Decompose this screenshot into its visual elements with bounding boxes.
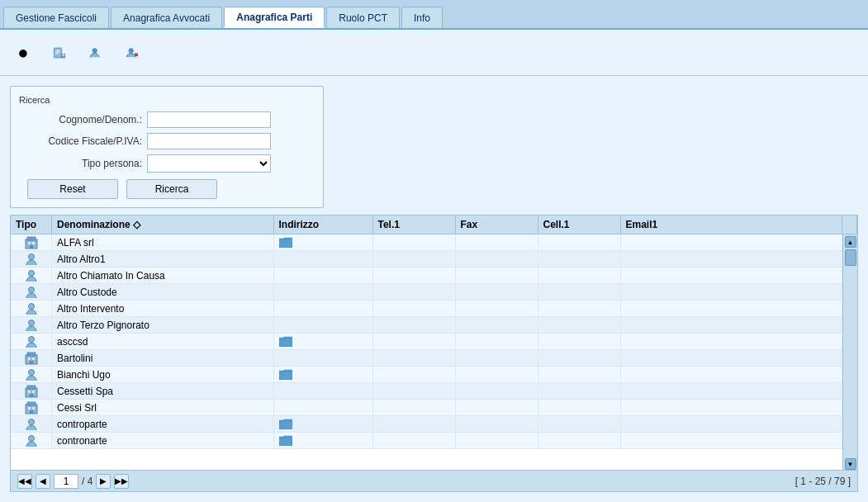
table-row[interactable]: Cessi Srl <box>11 400 842 416</box>
svg-point-28 <box>28 369 34 375</box>
add-party-button[interactable]: ● <box>8 38 38 68</box>
denom-cell: Cessetti Spa <box>52 383 274 399</box>
tipo-cell <box>11 400 52 415</box>
fax-cell <box>456 334 538 349</box>
indirizzo-cell <box>274 334 373 349</box>
indirizzo-cell <box>274 301 373 316</box>
last-page-btn[interactable]: ▶▶ <box>114 474 129 489</box>
svg-point-8 <box>92 48 97 52</box>
first-page-btn[interactable]: ◀◀ <box>17 474 32 489</box>
indirizzo-cell <box>274 367 373 382</box>
delete-button[interactable] <box>117 38 147 68</box>
toolbar: ● <box>0 30 868 76</box>
col-denom-header[interactable]: Denominazione ◇ <box>52 215 274 234</box>
svg-rect-37 <box>32 407 35 410</box>
scroll-up-btn[interactable]: ▲ <box>845 236 856 248</box>
cognome-input[interactable] <box>147 111 271 128</box>
fax-cell <box>456 433 538 448</box>
table-row[interactable]: asccsd <box>11 334 842 350</box>
svg-rect-33 <box>30 394 33 397</box>
denom-cell: Bianchi Ugo <box>52 367 274 382</box>
prev-page-btn[interactable]: ◀ <box>36 474 50 489</box>
table-row[interactable]: Bianchi Ugo <box>11 367 842 383</box>
scrollbar[interactable]: ▲ ▼ <box>842 234 857 470</box>
import-button[interactable] <box>45 38 74 68</box>
svg-point-19 <box>28 287 34 292</box>
svg-point-40 <box>28 435 34 441</box>
tipo-cell <box>11 433 52 448</box>
cell-cell <box>538 383 621 399</box>
cell-cell <box>538 234 621 250</box>
tab-gestione-fascicoli[interactable]: Gestione Fascicoli <box>3 7 109 28</box>
email-cell <box>621 367 843 382</box>
fax-cell <box>456 234 538 250</box>
fax-cell <box>456 416 538 432</box>
table-row[interactable]: Altro Altro1 <box>11 251 842 268</box>
svg-point-22 <box>28 336 34 342</box>
email-cell <box>621 383 843 399</box>
table-row[interactable]: ALFA srl <box>11 234 842 251</box>
email-cell <box>621 284 843 300</box>
denom-cell: ALFA srl <box>52 234 274 250</box>
tel-cell <box>373 234 456 250</box>
table-row[interactable]: Cessetti Spa <box>11 383 842 400</box>
col-email-header: Email1 <box>621 215 843 234</box>
tab-anagrafica-parti[interactable]: Anagrafica Parti <box>224 7 325 28</box>
svg-rect-0 <box>54 48 61 58</box>
cell-cell <box>538 334 621 349</box>
table-row[interactable]: contronarte <box>11 433 842 449</box>
tel-cell <box>373 268 456 283</box>
search-panel: Ricerca Cognome/Denom.: Codice Fiscale/P… <box>10 86 324 208</box>
tipo-select[interactable]: Persona Fisica Persona Giuridica <box>147 154 271 173</box>
fax-cell <box>456 284 538 300</box>
svg-rect-25 <box>28 358 31 360</box>
svg-point-21 <box>28 320 34 325</box>
scroll-down-btn[interactable]: ▼ <box>845 458 856 470</box>
table-row[interactable]: Altro Custode <box>11 284 842 301</box>
table-row[interactable]: Altro Intervento <box>11 301 842 317</box>
tipo-cell <box>11 350 52 366</box>
denom-cell: Altro Custode <box>52 284 274 300</box>
svg-rect-24 <box>27 353 36 356</box>
indirizzo-cell <box>274 400 373 415</box>
edit-button[interactable] <box>81 38 111 68</box>
col-tipo-header: Tipo <box>11 215 52 234</box>
next-page-btn[interactable]: ▶ <box>96 474 111 489</box>
tipo-cell <box>11 268 52 283</box>
col-tel-header: Tel.1 <box>373 215 456 234</box>
tab-info[interactable]: Info <box>401 7 443 28</box>
scroll-thumb <box>845 249 856 266</box>
fax-cell <box>456 301 538 316</box>
svg-rect-14 <box>28 242 31 244</box>
indirizzo-cell <box>274 383 373 399</box>
table-row[interactable]: controparte <box>11 416 842 433</box>
denom-cell: Bartolini <box>52 350 274 366</box>
page-separator: / 4 <box>82 476 92 487</box>
tel-cell <box>373 301 456 316</box>
table-row[interactable]: Altro Terzo Pignorato <box>11 317 842 334</box>
col-indirizzo-header: Indirizzo <box>274 215 373 234</box>
tab-ruolo-pct[interactable]: Ruolo PCT <box>326 7 400 28</box>
indirizzo-cell <box>274 284 373 300</box>
fax-cell <box>456 251 538 267</box>
reset-button[interactable]: Reset <box>27 179 118 199</box>
tel-cell <box>373 367 456 382</box>
page-input[interactable] <box>54 474 78 489</box>
svg-rect-35 <box>27 402 36 405</box>
tab-anagrafica-avvocati[interactable]: Anagrafica Avvocati <box>111 7 222 28</box>
cell-cell <box>538 268 621 283</box>
ricerca-button[interactable]: Ricerca <box>126 179 217 199</box>
svg-rect-2 <box>55 51 59 52</box>
fax-cell <box>456 317 538 333</box>
svg-point-9 <box>129 48 133 52</box>
fax-cell <box>456 400 538 415</box>
cell-cell <box>538 251 621 267</box>
tipo-cell <box>11 284 52 300</box>
table-row[interactable]: Bartolini <box>11 350 842 367</box>
email-cell <box>621 251 843 267</box>
denom-cell: Altro Intervento <box>52 301 274 316</box>
col-cell-header: Cell.1 <box>538 215 621 234</box>
table-row[interactable]: Altro Chiamato In Causa <box>11 268 842 284</box>
codice-input[interactable] <box>147 133 271 149</box>
fax-cell <box>456 268 538 283</box>
